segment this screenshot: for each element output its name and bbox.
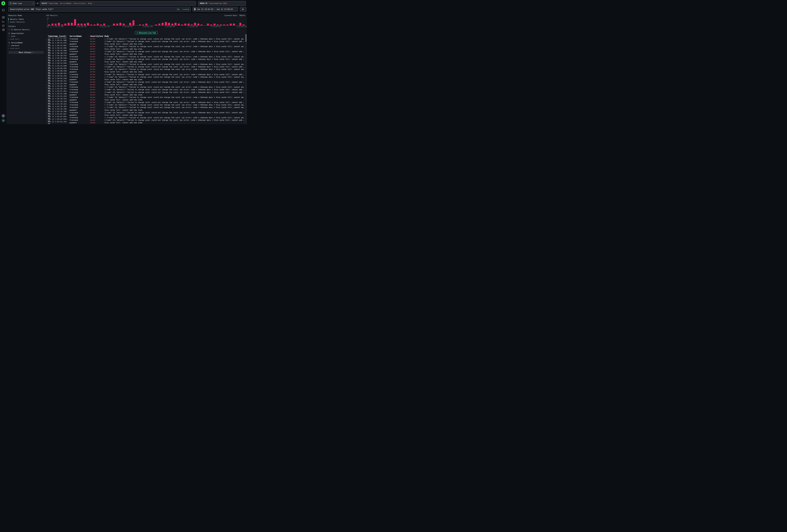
log-row[interactable]: Jun 11 1:56:03.248 PMpaymenterrorVisa ca…	[46, 78, 245, 81]
log-row[interactable]: Jun 11 1:55:59.765 PMfrontenderror{"code…	[46, 88, 245, 91]
log-row[interactable]: Jun 11 1:56:32.843 PMpaymenterrorVisa ca…	[46, 60, 245, 63]
source-select[interactable]: Demo Logs	[8, 1, 35, 6]
order-by-input[interactable]: ORDER BY TimestampTime DESC	[198, 1, 246, 6]
time-range-picker[interactable]: Jun 11 13:41:52 - Jun 11 13:56:52	[192, 7, 238, 12]
filter-group-servicename[interactable]: ServiceName	[8, 42, 23, 44]
log-row[interactable]: Jun 11 1:55:39.324 PMpaymenterrorVisa ca…	[46, 99, 245, 101]
row-expand-chevron-icon[interactable]	[46, 49, 48, 49]
analysis-mode-event-patterns[interactable]: Event Patterns	[8, 21, 25, 23]
row-expand-chevron-icon[interactable]	[46, 69, 48, 70]
log-row[interactable]: Jun 11 1:55:07.841 PMfrontenderror× {"co…	[46, 116, 245, 119]
log-row[interactable]: Jun 11 1:55:16.300 PMfrontenderror{"code…	[46, 111, 245, 114]
log-row[interactable]: Jun 11 1:55:59.760 PMpaymenterrorVisa ca…	[46, 83, 245, 86]
mode-lucene-toggle[interactable]: Lucene	[183, 8, 189, 10]
log-row[interactable]: Jun 11 1:56:42.999 PMfrontenderror{"code…	[46, 50, 245, 53]
row-expand-chevron-icon[interactable]	[46, 39, 48, 39]
row-expand-chevron-icon[interactable]	[46, 82, 48, 82]
source-settings-gear-icon[interactable]: ⚙	[36, 2, 39, 5]
scrollbar-thumb[interactable]	[246, 34, 247, 42]
log-row[interactable]: Jun 11 1:56:03.254 PMfrontenderror× {"co…	[46, 76, 245, 78]
search-logs-icon[interactable]	[2, 16, 5, 19]
app-logo-icon[interactable]	[1, 1, 5, 6]
row-expand-chevron-icon[interactable]	[46, 107, 48, 108]
log-row[interactable]: Jun 11 1:54:52.241 PMpaymenterrorVisa ca…	[46, 122, 245, 124]
search-input[interactable]: SeverityText:error AND "Visa cache full"…	[8, 7, 191, 12]
dashboards-icon[interactable]	[2, 28, 5, 31]
denoise-results-filter[interactable]: Denoise Results	[8, 28, 29, 31]
row-expand-chevron-icon[interactable]	[46, 79, 48, 80]
log-row[interactable]: Jun 11 1:56:42.995 PMpaymenterrorVisa ca…	[46, 48, 245, 50]
log-row[interactable]: Jun 11 1:56:38.540 PMfrontenderror{"code…	[46, 58, 245, 60]
checkout-checkbox[interactable]	[8, 45, 10, 46]
load-more-servicename[interactable]: Load more	[8, 47, 20, 49]
log-row[interactable]: Jun 11 1:56:08.948 PMpaymenterrorVisa ca…	[46, 71, 245, 73]
filter-option-info[interactable]: info	[8, 35, 15, 37]
row-expand-chevron-icon[interactable]	[46, 44, 48, 44]
help-button[interactable]: ?	[2, 114, 5, 118]
column-resize-handle[interactable]: ⋮	[88, 35, 90, 37]
log-row[interactable]: Jun 11 1:55:39.331 PMfrontenderror× {"co…	[46, 104, 245, 106]
filter-group-severitytext[interactable]: SeverityText	[8, 32, 24, 35]
info-checkbox[interactable]	[8, 36, 10, 37]
log-row[interactable]: Jun 11 1:56:51.980 PMfrontenderror{"code…	[46, 40, 245, 43]
column-header-servicename[interactable]: ServiceName⋮	[69, 35, 90, 37]
row-expand-chevron-icon[interactable]	[46, 51, 48, 52]
log-row[interactable]: Jun 11 1:56:38.542 PMfrontenderror× {"co…	[46, 56, 245, 58]
user-avatar[interactable]: U	[2, 119, 5, 122]
column-resize-handle[interactable]: ⋮	[67, 35, 69, 37]
row-expand-chevron-icon[interactable]	[46, 71, 48, 72]
resume-live-tail-button[interactable]: Resume Live Tail	[135, 31, 157, 34]
log-row[interactable]: Jun 11 1:56:38.534 PMpaymenterrorVisa ca…	[46, 53, 245, 56]
log-row[interactable]: Jun 11 1:55:51.448 PMpaymenterrorVisa ca…	[46, 93, 245, 96]
row-expand-chevron-icon[interactable]	[46, 54, 48, 55]
mode-sql-toggle[interactable]: SQL	[177, 8, 180, 10]
column-header-timestamp[interactable]: Timestamp (Local)⋮	[48, 35, 69, 37]
log-row[interactable]: Jun 11 1:56:51.982 PMfrontenderror× {"co…	[46, 38, 245, 40]
row-expand-chevron-icon[interactable]	[46, 112, 48, 113]
log-row[interactable]: Jun 11 1:55:59.767 PMfrontenderror× {"co…	[46, 86, 245, 88]
log-row[interactable]: Jun 11 1:55:39.330 PMfrontenderror{"code…	[46, 101, 245, 104]
log-row[interactable]: Jun 11 1:56:08.955 PMfrontenderror{"code…	[46, 73, 245, 76]
log-row[interactable]: Jun 11 1:55:51.452 PMfrontenderror{"code…	[46, 91, 245, 93]
row-expand-chevron-icon[interactable]	[46, 120, 48, 121]
log-row[interactable]: Jun 11 1:55:07.827 PMpaymenterrorVisa ca…	[46, 114, 245, 116]
row-expand-chevron-icon[interactable]	[46, 59, 48, 60]
row-expand-chevron-icon[interactable]	[46, 77, 48, 77]
log-row[interactable]: Jun 11 1:56:08.956 PMfrontenderror× {"co…	[46, 68, 245, 71]
row-expand-chevron-icon[interactable]	[46, 123, 48, 123]
row-expand-chevron-icon[interactable]	[46, 105, 48, 105]
row-expand-chevron-icon[interactable]	[46, 117, 48, 118]
column-header-body[interactable]: Body	[105, 35, 243, 37]
client-sessions-icon[interactable]	[2, 24, 5, 27]
select-clause-input[interactable]: SELECT Timestamp, ServiceName, SeverityT…	[40, 1, 196, 6]
analysis-mode-results-table[interactable]: Results Table	[8, 18, 24, 20]
row-expand-chevron-icon[interactable]	[46, 56, 48, 57]
row-expand-chevron-icon[interactable]	[46, 102, 48, 103]
log-row[interactable]: Jun 11 1:56:32.849 PMfrontenderror× {"co…	[46, 63, 245, 65]
log-row[interactable]: Jun 11 1:55:51.454 PMfrontenderror× {"co…	[46, 96, 245, 99]
panel-toggle-icon[interactable]	[2, 9, 5, 12]
row-expand-chevron-icon[interactable]	[46, 74, 48, 75]
vertical-scrollbar[interactable]	[245, 34, 247, 124]
row-expand-chevron-icon[interactable]	[46, 94, 48, 95]
row-expand-chevron-icon[interactable]	[46, 87, 48, 87]
chart-explorer-icon[interactable]	[2, 20, 5, 23]
row-expand-chevron-icon[interactable]	[46, 97, 48, 98]
log-row[interactable]: Jun 11 1:55:16.302 PMfrontenderror× {"co…	[46, 106, 245, 109]
row-expand-chevron-icon[interactable]	[46, 46, 48, 47]
row-expand-chevron-icon[interactable]	[46, 89, 48, 90]
row-expand-chevron-icon[interactable]	[46, 64, 48, 65]
log-row[interactable]: Jun 11 1:56:03.252 PMfrontenderror{"code…	[46, 81, 245, 83]
column-header-severitytext[interactable]: SeverityText⋮	[90, 35, 105, 37]
log-row[interactable]: Jun 11 1:55:07.835 PMfrontenderror{"code…	[46, 119, 245, 122]
run-query-button[interactable]	[240, 7, 246, 12]
log-row[interactable]: Jun 11 1:56:32.848 PMfrontenderror{"code…	[46, 66, 245, 68]
row-expand-chevron-icon[interactable]	[46, 41, 48, 42]
log-row[interactable]: Jun 11 1:56:43.001 PMfrontenderror× {"co…	[46, 45, 245, 48]
log-row[interactable]: Jun 11 1:55:16.296 PMpaymenterrorVisa ca…	[46, 109, 245, 111]
log-row[interactable]: Jun 11 1:56:51.975 PMpaymenterrorVisa ca…	[46, 43, 245, 45]
row-expand-chevron-icon[interactable]	[46, 92, 48, 92]
row-expand-chevron-icon[interactable]	[46, 67, 48, 67]
row-expand-chevron-icon[interactable]	[46, 61, 48, 62]
row-expand-chevron-icon[interactable]	[46, 100, 48, 100]
